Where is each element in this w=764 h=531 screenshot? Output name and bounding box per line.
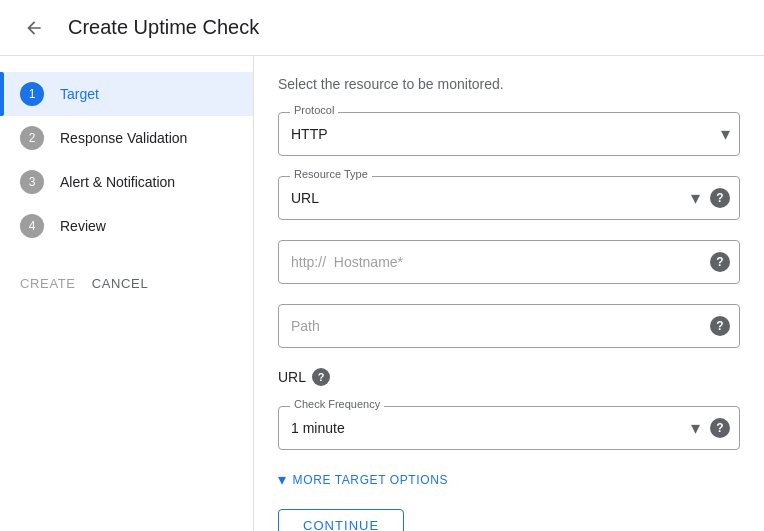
- url-help-icon[interactable]: ?: [312, 368, 330, 386]
- content-area: Select the resource to be monitored. Pro…: [254, 56, 764, 531]
- sidebar-item-response-validation[interactable]: 2 Response Validation: [0, 116, 253, 160]
- step-4-circle: 4: [20, 214, 44, 238]
- resource-type-label: Resource Type: [290, 168, 372, 180]
- cancel-button[interactable]: CANCEL: [84, 272, 157, 295]
- path-input[interactable]: [278, 304, 740, 348]
- resource-type-select[interactable]: URL Instance App Engine AWS: [278, 176, 740, 220]
- path-help-icon[interactable]: ?: [710, 316, 730, 336]
- path-input-wrapper: ?: [278, 304, 740, 348]
- continue-button[interactable]: CONTINUE: [278, 509, 404, 531]
- step-2-circle: 2: [20, 126, 44, 150]
- page-title: Create Uptime Check: [68, 16, 259, 39]
- step-2-label: Response Validation: [60, 130, 187, 146]
- header: Create Uptime Check: [0, 0, 764, 56]
- sidebar-item-target[interactable]: 1 Target: [0, 72, 253, 116]
- check-frequency-select[interactable]: 1 minute 5 minutes 10 minutes 15 minutes: [278, 406, 740, 450]
- step-1-label: Target: [60, 86, 99, 102]
- step-4-label: Review: [60, 218, 106, 234]
- create-button[interactable]: CREATE: [20, 272, 76, 295]
- check-frequency-select-wrapper: 1 minute 5 minutes 10 minutes 15 minutes…: [278, 406, 740, 450]
- protocol-select[interactable]: HTTP HTTPS TCP: [278, 112, 740, 156]
- sidebar-item-alert-notification[interactable]: 3 Alert & Notification: [0, 160, 253, 204]
- url-row: URL ?: [278, 368, 740, 386]
- more-target-options[interactable]: ▾ MORE TARGET OPTIONS: [278, 470, 740, 489]
- step-1-circle: 1: [20, 82, 44, 106]
- hostname-field-group: ?: [278, 240, 740, 284]
- resource-type-field-group: Resource Type URL Instance App Engine AW…: [278, 176, 740, 220]
- check-frequency-field-group: Check Frequency 1 minute 5 minutes 10 mi…: [278, 406, 740, 450]
- hostname-help-icon[interactable]: ?: [710, 252, 730, 272]
- path-field-group: ?: [278, 304, 740, 348]
- hostname-input[interactable]: [278, 240, 740, 284]
- resource-type-help-icon[interactable]: ?: [710, 188, 730, 208]
- step-3-circle: 3: [20, 170, 44, 194]
- check-frequency-label: Check Frequency: [290, 398, 384, 410]
- protocol-field-group: Protocol HTTP HTTPS TCP ▾: [278, 112, 740, 156]
- resource-type-select-wrapper: URL Instance App Engine AWS ▾ ?: [278, 176, 740, 220]
- main-layout: 1 Target 2 Response Validation 3 Alert &…: [0, 56, 764, 531]
- expand-icon: ▾: [278, 470, 287, 489]
- sidebar-actions: CREATE CANCEL: [0, 256, 253, 311]
- protocol-label: Protocol: [290, 104, 338, 116]
- check-frequency-help-icon[interactable]: ?: [710, 418, 730, 438]
- sidebar: 1 Target 2 Response Validation 3 Alert &…: [0, 56, 254, 531]
- url-label: URL: [278, 369, 306, 385]
- protocol-select-wrapper: HTTP HTTPS TCP ▾: [278, 112, 740, 156]
- more-options-label: MORE TARGET OPTIONS: [293, 473, 448, 487]
- sidebar-item-review[interactable]: 4 Review: [0, 204, 253, 248]
- hostname-input-wrapper: ?: [278, 240, 740, 284]
- back-button[interactable]: [16, 10, 52, 46]
- content-subtitle: Select the resource to be monitored.: [278, 76, 740, 92]
- step-3-label: Alert & Notification: [60, 174, 175, 190]
